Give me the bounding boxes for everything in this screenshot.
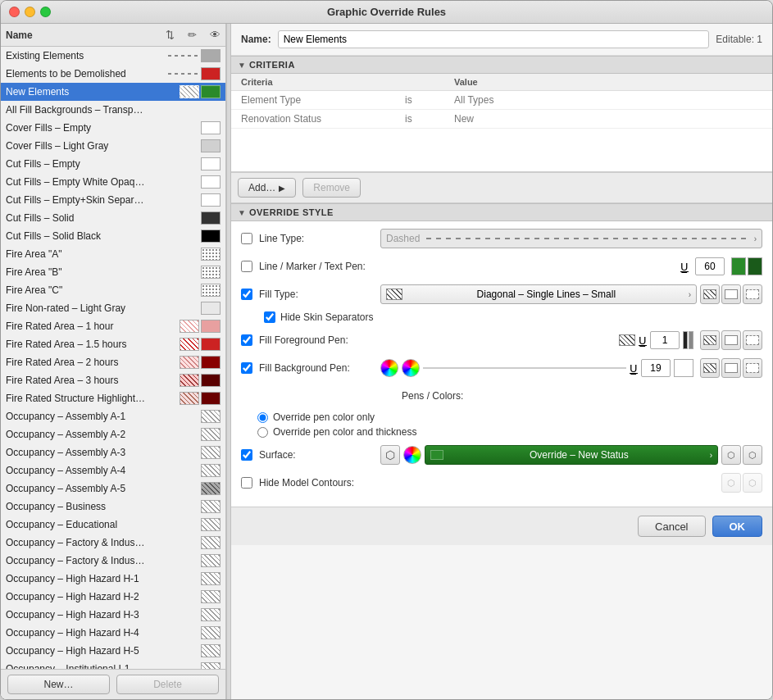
- radio-color-thickness[interactable]: [257, 427, 268, 438]
- list-item[interactable]: Fire Area "B": [1, 263, 225, 281]
- list-item[interactable]: Occupancy – Factory & Indus…: [1, 552, 225, 570]
- fill-type-dropdown[interactable]: Diagonal – Single Lines – Small ›: [380, 284, 697, 304]
- list-item[interactable]: Cover Fills – Light Gray: [1, 137, 225, 155]
- fill-type-label: Fill Type:: [259, 289, 374, 300]
- fg-icon-1[interactable]: [700, 330, 720, 350]
- maximize-button[interactable]: [40, 7, 51, 17]
- fill-icon-empty[interactable]: [721, 284, 741, 304]
- bg-icon-2[interactable]: [721, 358, 741, 378]
- ok-button[interactable]: OK: [712, 516, 763, 537]
- collapse-triangle[interactable]: ▼: [238, 61, 246, 70]
- close-button[interactable]: [9, 7, 20, 17]
- list-item[interactable]: Occupancy – Assembly A-3: [1, 443, 225, 461]
- bg-icon-3[interactable]: [743, 358, 762, 378]
- filter-icon[interactable]: ✏: [188, 29, 197, 41]
- surface-dropdown[interactable]: Override – New Status ›: [425, 445, 718, 465]
- list-item[interactable]: Fire Area "C": [1, 281, 225, 299]
- new-button[interactable]: New…: [7, 675, 110, 694]
- list-item[interactable]: Fire Rated Area – 1.5 hours: [1, 335, 225, 353]
- delete-button[interactable]: Delete: [116, 675, 219, 694]
- radio-override-color-only[interactable]: Override pen color only: [257, 411, 762, 423]
- list-item[interactable]: Elements to be Demolished: [1, 65, 225, 83]
- fill-bg-pen-checkbox[interactable]: [241, 362, 252, 374]
- radio-override-color-thickness[interactable]: Override pen color and thickness: [257, 426, 762, 438]
- list-item[interactable]: Occupancy – Assembly A-1: [1, 407, 225, 425]
- list-item[interactable]: Existing Elements: [1, 47, 225, 65]
- contours-icon-1[interactable]: ⬡: [721, 473, 741, 493]
- surface-icon-2[interactable]: ⬡: [743, 445, 762, 465]
- list-item[interactable]: Cut Fills – Empty: [1, 155, 225, 173]
- list-item[interactable]: Fire Area "A": [1, 245, 225, 263]
- override-section-title: OVERRIDE STYLE: [249, 207, 334, 217]
- list-item[interactable]: Occupancy – High Hazard H-3: [1, 606, 225, 624]
- radio-color-only[interactable]: [257, 412, 268, 423]
- list-item[interactable]: Occupancy – High Hazard H-2: [1, 588, 225, 606]
- fill-swatch: [201, 662, 221, 670]
- name-input[interactable]: [278, 30, 710, 48]
- list-item[interactable]: Occupancy – High Hazard H-4: [1, 624, 225, 642]
- fill-fg-pen-number[interactable]: [650, 331, 680, 349]
- fg-icon-3[interactable]: [743, 330, 762, 350]
- fill-bg-pen-number[interactable]: [641, 359, 671, 377]
- pens-colors-group: Pens / Colors: Override pen color only O…: [241, 385, 762, 438]
- list-item[interactable]: Occupancy – High Hazard H-1: [1, 570, 225, 588]
- minimize-button[interactable]: [25, 7, 35, 17]
- list-item-selected[interactable]: New Elements: [1, 83, 225, 101]
- eye-icon[interactable]: 👁: [210, 29, 221, 41]
- fill-swatch: [201, 230, 221, 243]
- fill-fg-pen-control: U̲: [380, 330, 762, 350]
- list-item[interactable]: Occupancy – High Hazard H-5: [1, 642, 225, 660]
- fill-fg-pen-checkbox[interactable]: [241, 334, 252, 346]
- fill-icon-none[interactable]: [743, 284, 762, 304]
- list-item[interactable]: Occupancy – Business: [1, 498, 225, 516]
- surface-icon-1[interactable]: ⬡: [721, 445, 741, 465]
- fg-icon-2[interactable]: [721, 330, 741, 350]
- list-item[interactable]: Cut Fills – Solid Black: [1, 227, 225, 245]
- line-pen-number[interactable]: [695, 257, 725, 275]
- fill-type-checkbox[interactable]: [241, 289, 252, 300]
- color-wheel-button[interactable]: [402, 359, 420, 377]
- list-item[interactable]: Occupancy – Assembly A-4: [1, 461, 225, 480]
- bg-pen-icon-btn[interactable]: [380, 359, 398, 377]
- fill-swatch: [201, 284, 221, 297]
- editable-label: Editable: 1: [716, 34, 762, 45]
- line-type-checkbox[interactable]: [241, 233, 252, 244]
- list-item[interactable]: All Fill Backgrounds – Transp…: [1, 101, 225, 119]
- cancel-button[interactable]: Cancel: [638, 516, 705, 537]
- criteria-row[interactable]: Element Type is All Types: [231, 91, 772, 110]
- list-item[interactable]: Fire Rated Structure Highlight…: [1, 389, 225, 407]
- title-bar: Graphic Override Rules: [1, 1, 772, 24]
- fill-icon-hatched[interactable]: [700, 284, 720, 304]
- list-item[interactable]: Cover Fills – Empty: [1, 119, 225, 137]
- list-item[interactable]: Occupancy – Factory & Indus…: [1, 534, 225, 552]
- remove-button[interactable]: Remove: [302, 178, 361, 198]
- list-item[interactable]: Cut Fills – Solid: [1, 209, 225, 227]
- color-swatch: [201, 85, 221, 98]
- list-item[interactable]: Cut Fills – Empty White Opaq…: [1, 173, 225, 191]
- contours-icon-2[interactable]: ⬡: [743, 473, 762, 493]
- sort-icon[interactable]: ⇅: [166, 29, 175, 41]
- criteria-row[interactable]: Renovation Status is New: [231, 110, 772, 129]
- override-collapse-triangle[interactable]: ▼: [238, 208, 246, 217]
- pen-underline-icon3: U̲: [630, 362, 638, 375]
- list-item[interactable]: Cut Fills – Empty+Skin Separ…: [1, 191, 225, 209]
- list-item[interactable]: Fire Non-rated – Light Gray: [1, 299, 225, 317]
- list-item[interactable]: Occupancy – Assembly A-2: [1, 425, 225, 443]
- list-item[interactable]: Occupancy – Educational: [1, 516, 225, 534]
- list-item[interactable]: Fire Rated Area – 1 hour: [1, 317, 225, 335]
- list-item[interactable]: Occupancy – Institutional I-1: [1, 660, 225, 669]
- add-button[interactable]: Add… ▶: [238, 178, 296, 198]
- bg-icon-1[interactable]: [700, 358, 720, 378]
- surface-checkbox[interactable]: [241, 449, 252, 461]
- list-item[interactable]: Occupancy – Assembly A-5: [1, 480, 225, 498]
- list-item[interactable]: Fire Rated Area – 3 hours: [1, 371, 225, 389]
- surface-texture-icon[interactable]: ⬡: [380, 445, 400, 465]
- surface-color-wheel[interactable]: [403, 446, 421, 464]
- list-item[interactable]: Fire Rated Area – 2 hours: [1, 353, 225, 371]
- line-type-dropdown[interactable]: Dashed ›: [380, 229, 762, 248]
- override-style-content: Line Type: Dashed › Line / M: [231, 221, 772, 507]
- hide-model-contours-checkbox[interactable]: [241, 477, 252, 489]
- main-window: Graphic Override Rules Name ⇅ ✏ 👁 Existi…: [0, 0, 773, 700]
- hide-skin-checkbox[interactable]: [264, 311, 275, 323]
- line-marker-pen-checkbox[interactable]: [241, 261, 252, 272]
